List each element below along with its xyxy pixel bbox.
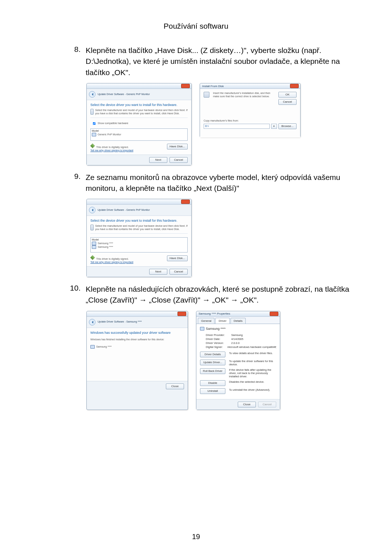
update-driver-desc: To update the driver software for this d… [229, 360, 276, 366]
wizard-heading: Select the device driver you want to ins… [90, 103, 188, 107]
shield-icon [90, 143, 95, 148]
device-name: Samsung **** [206, 327, 226, 331]
install-from-disk-window: Install From Disk Insert the manufacture… [200, 83, 301, 138]
signer-value: microsoft windows hardware compatibility… [227, 345, 276, 349]
browse-button[interactable]: Browse... [278, 123, 297, 129]
driver-signing-link[interactable]: Tell me why driver signing is important [90, 261, 133, 263]
step-9: 9. Ze seznamu monitorů na obrazovce vybe… [65, 172, 356, 194]
ok-button[interactable]: OK [278, 92, 297, 98]
tab-general[interactable]: General [198, 318, 215, 324]
disk-icon [90, 225, 94, 230]
step-8-figures: Update Driver Software - Generic PnP Mon… [86, 83, 356, 165]
wizard-desc: Select the manufacturer and model of you… [95, 109, 188, 115]
breadcrumb: Update Driver Software - Samsung **** [98, 320, 142, 324]
update-driver-success-window: Update Driver Software - Samsung **** Wi… [86, 311, 188, 410]
disable-desc: Disables the selected device. [229, 380, 264, 383]
step-text: Klepněte na následujících obrazovkách, k… [86, 284, 356, 306]
next-button[interactable]: Next [149, 269, 167, 275]
close-button[interactable]: Close [238, 402, 256, 407]
page-title: Používání softwaru [36, 22, 356, 30]
model-list-item[interactable]: Samsung **** [98, 246, 113, 248]
wizard-desc: Select the manufacturer and model of you… [95, 225, 188, 231]
date-label: Driver Date: [206, 337, 231, 341]
copy-from-label: Copy manufacturer's files from: [204, 119, 297, 123]
step-number: 8. [65, 45, 81, 78]
close-icon[interactable] [290, 84, 299, 88]
update-driver-button[interactable]: Update Driver... [200, 360, 225, 365]
step-9-figures: Update Driver Software - Generic PnP Mon… [86, 199, 356, 277]
model-column-header: Model [92, 238, 186, 242]
close-icon[interactable] [181, 200, 190, 204]
update-driver-wizard-window: Update Driver Software - Generic PnP Mon… [86, 199, 192, 277]
monitor-icon [92, 133, 96, 136]
step-8: 8. Klepněte na tlačítko „Have Disk... (Z… [65, 45, 356, 78]
signer-label: Digital Signer: [206, 345, 227, 349]
window-title: Install From Disk [202, 85, 289, 88]
finished-text: Windows has finished installing the driv… [90, 338, 184, 341]
wizard-heading: Windows has successfully updated your dr… [90, 331, 184, 335]
monitor-icon [92, 245, 96, 249]
step-10: 10. Klepněte na následujících obrazovkác… [65, 284, 356, 306]
driver-signing-link[interactable]: Tell me why driver signing is important [90, 149, 133, 152]
cancel-button[interactable]: Cancel [278, 99, 297, 105]
step-text: Klepněte na tlačítko „Have Disk... (Z di… [86, 45, 356, 78]
cancel-button[interactable]: Cancel [170, 157, 188, 163]
rollback-driver-button[interactable]: Roll Back Driver [200, 368, 225, 374]
document-page: Používání softwaru 8. Klepněte na tlačít… [0, 0, 392, 554]
path-input[interactable]: D:\ [204, 124, 270, 129]
wizard-heading: Select the device driver you want to ins… [90, 219, 188, 222]
back-button[interactable] [89, 207, 95, 213]
driver-signed-label: This driver is digitally signed. [96, 146, 128, 148]
step-text: Ze seznamu monitorů na obrazovce vyberte… [86, 172, 356, 194]
next-button[interactable]: Next [149, 157, 167, 163]
provider-label: Driver Provider: [206, 333, 231, 337]
page-number: 19 [0, 533, 392, 541]
monitor-icon [200, 327, 204, 331]
uninstall-button[interactable]: Uninstall [200, 388, 225, 394]
chevron-down-icon[interactable]: ▾ [271, 124, 277, 129]
version-value: 2.0.0.0 [231, 341, 240, 345]
disk-icon [204, 92, 209, 98]
breadcrumb: Update Driver Software - Generic PnP Mon… [98, 93, 150, 96]
device-name: Samsung **** [96, 345, 111, 348]
have-disk-button[interactable]: Have Disk... [167, 255, 188, 261]
driver-signed-label: This driver is digitally signed. [96, 258, 128, 260]
window-title: Samsung **** Properties [199, 312, 269, 315]
have-disk-button[interactable]: Have Disk... [167, 144, 188, 149]
version-label: Driver Version: [206, 341, 231, 345]
close-icon[interactable] [177, 312, 186, 316]
disk-icon [90, 109, 94, 115]
install-disk-desc: Insert the manufacturer's installation d… [213, 92, 276, 105]
shield-icon [90, 255, 95, 260]
tab-details[interactable]: Details [230, 318, 246, 324]
close-icon[interactable] [270, 312, 278, 316]
driver-details-desc: To view details about the driver files. [229, 352, 273, 355]
model-list-item[interactable]: Generic PnP Monitor [98, 133, 121, 135]
step-number: 9. [65, 172, 81, 194]
update-driver-wizard-window: Update Driver Software - Generic PnP Mon… [86, 83, 192, 165]
breadcrumb: Update Driver Software - Generic PnP Mon… [98, 209, 150, 212]
close-icon[interactable] [181, 84, 190, 88]
disable-button[interactable]: Disable [200, 380, 225, 386]
properties-tabs: General Driver Details [196, 317, 280, 324]
uninstall-desc: To uninstall the driver (Advanced). [229, 388, 270, 391]
monitor-icon [90, 345, 95, 349]
show-compatible-label: Show compatible hardware [98, 122, 128, 124]
tab-driver[interactable]: Driver [215, 318, 229, 324]
back-button[interactable] [89, 91, 95, 98]
rollback-driver-desc: If the device fails after updating the d… [229, 368, 276, 378]
step-10-figures: Update Driver Software - Samsung **** Wi… [86, 311, 356, 410]
date-value: 4/14/2005 [231, 337, 243, 341]
show-compatible-checkbox[interactable] [93, 122, 96, 125]
monitor-icon [92, 242, 96, 245]
close-button[interactable]: Close [166, 383, 184, 389]
cancel-button[interactable]: Cancel [170, 269, 188, 275]
model-column-header: Model [92, 130, 186, 133]
provider-value: Samsung [231, 333, 243, 337]
step-number: 10. [65, 284, 81, 306]
model-list-item[interactable]: Samsung **** [98, 242, 113, 245]
back-button[interactable] [89, 319, 95, 325]
device-properties-window: Samsung **** Properties General Driver D… [196, 311, 280, 410]
driver-details-button[interactable]: Driver Details [200, 352, 225, 357]
cancel-button: Cancel [258, 402, 276, 407]
